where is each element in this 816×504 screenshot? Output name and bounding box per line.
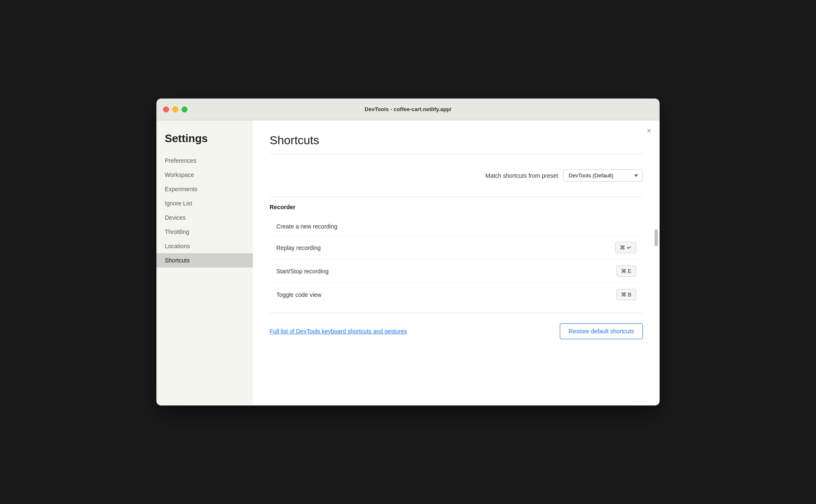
full-list-link[interactable]: Full list of DevTools keyboard shortcuts… xyxy=(270,328,407,335)
window-title: DevTools - coffee-cart.netlify.app/ xyxy=(365,106,452,112)
content-area: Settings Preferences Workspace Experimen… xyxy=(156,120,660,405)
restore-defaults-button[interactable]: Restore default shortcuts xyxy=(560,323,643,339)
sidebar-item-shortcuts[interactable]: Shortcuts xyxy=(156,253,253,268)
sidebar-item-devices[interactable]: Devices xyxy=(156,210,253,225)
sidebar-item-throttling[interactable]: Throttling xyxy=(156,225,253,239)
sidebar-title: Settings xyxy=(156,132,253,153)
sidebar-item-preferences[interactable]: Preferences xyxy=(156,153,253,168)
shortcut-key-start-stop-recording[interactable]: ⌘ E xyxy=(616,265,636,277)
close-traffic-light[interactable] xyxy=(163,107,169,112)
shortcut-key-toggle-code-view[interactable]: ⌘ B xyxy=(616,289,636,300)
preset-label: Match shortcuts from preset xyxy=(485,172,558,179)
shortcut-row-start-stop-recording: Start/Stop recording ⌘ E xyxy=(270,260,643,283)
close-button[interactable]: × xyxy=(647,127,651,135)
traffic-lights xyxy=(163,107,187,112)
shortcut-name-new-recording: Create a new recording xyxy=(276,223,636,230)
shortcut-row-replay-recording: Replay recording ⌘ ↵ xyxy=(270,236,643,260)
main-content: × Shortcuts Match shortcuts from preset … xyxy=(253,120,660,405)
maximize-traffic-light[interactable] xyxy=(182,107,187,112)
page-title: Shortcuts xyxy=(270,134,643,147)
shortcut-name-start-stop-recording: Start/Stop recording xyxy=(276,268,616,275)
recorder-section-title: Recorder xyxy=(270,204,643,210)
shortcut-name-replay-recording: Replay recording xyxy=(276,244,615,251)
scrollbar-thumb[interactable] xyxy=(655,229,658,246)
sidebar-item-locations[interactable]: Locations xyxy=(156,239,253,253)
preset-select[interactable]: DevTools (Default)Visual Studio Code xyxy=(563,169,643,182)
title-divider xyxy=(270,154,643,154)
shortcut-key-replay-recording[interactable]: ⌘ ↵ xyxy=(615,242,636,253)
shortcut-name-toggle-code-view: Toggle code view xyxy=(276,291,616,298)
shortcut-row-toggle-code-view: Toggle code view ⌘ B xyxy=(270,283,643,306)
footer-area: Full list of DevTools keyboard shortcuts… xyxy=(270,313,643,343)
sidebar-item-workspace[interactable]: Workspace xyxy=(156,168,253,182)
section-divider xyxy=(270,197,643,197)
shortcut-row-new-recording: Create a new recording xyxy=(270,217,643,236)
sidebar-item-ignore-list[interactable]: Ignore List xyxy=(156,196,253,210)
devtools-window: DevTools - coffee-cart.netlify.app/ Sett… xyxy=(156,99,660,405)
scrollbar-area xyxy=(655,204,658,372)
minimize-traffic-light[interactable] xyxy=(172,107,178,112)
sidebar-item-experiments[interactable]: Experiments xyxy=(156,182,253,196)
titlebar: DevTools - coffee-cart.netlify.app/ xyxy=(156,99,660,120)
sidebar: Settings Preferences Workspace Experimen… xyxy=(156,120,253,405)
preset-row: Match shortcuts from preset DevTools (De… xyxy=(270,161,643,190)
recorder-section: Recorder Create a new recording Replay r… xyxy=(270,204,643,306)
